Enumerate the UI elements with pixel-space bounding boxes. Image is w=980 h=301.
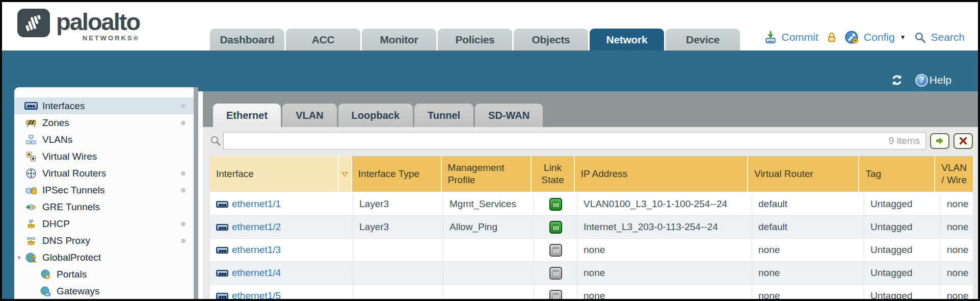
tag-cell: Untagged — [864, 285, 941, 299]
link-state-icon[interactable] — [549, 244, 562, 257]
filter-input[interactable] — [223, 132, 926, 149]
sidebar-item-ipsec-tunnels[interactable]: IPSec Tunnels — [14, 182, 194, 198]
sidebar-item-label: Virtual Routers — [42, 168, 106, 179]
tag-cell: Untagged — [864, 262, 941, 284]
apply-filter-button[interactable] — [930, 133, 949, 149]
tab-device[interactable]: Device — [666, 29, 740, 51]
tab-policies[interactable]: Policies — [438, 29, 512, 51]
commit-button[interactable]: Commit — [782, 31, 818, 43]
tab-monitor[interactable]: Monitor — [362, 29, 436, 51]
col-header-link-state[interactable]: Link State — [532, 156, 575, 192]
subtab-tunnel[interactable]: Tunnel — [414, 104, 473, 127]
sidebar-item-interfaces[interactable]: Interfaces — [14, 97, 194, 114]
ip-address-cell: Internet_L3_203-0-113-254--24 — [577, 216, 752, 238]
expander-triangle-icon[interactable]: ▼ — [16, 255, 22, 261]
sidebar-item-dhcp[interactable]: IP DHCP — [14, 215, 194, 232]
sidebar-item-gateways[interactable]: Gateways — [14, 283, 194, 299]
sidebar-item-gre-tunnels[interactable]: GRE Tunnels — [14, 198, 194, 215]
interfaces-table: Interface Interface Type Management Prof… — [210, 156, 973, 299]
table-row: ethernet1/4 none none Untagged none — [210, 262, 973, 285]
ethernet-port-icon — [216, 293, 228, 299]
interface-link[interactable]: ethernet1/2 — [232, 221, 281, 233]
items-count: 9 items — [889, 135, 920, 146]
table-body: ethernet1/1 Layer3 Mgmt_Services VLAN010… — [210, 193, 973, 299]
sidebar-item-virtual-routers[interactable]: Virtual Routers — [14, 165, 194, 182]
refresh-icon[interactable] — [890, 73, 904, 87]
vlan-wire-cell: none — [941, 193, 973, 215]
tab-dashboard[interactable]: Dashboard — [210, 29, 284, 51]
ethernet-port-icon — [216, 247, 228, 254]
virtual-router-compass-icon — [24, 168, 38, 179]
ip-address-cell: none — [577, 239, 752, 261]
col-header-tag[interactable]: Tag — [859, 156, 935, 192]
subtab-loopback[interactable]: Loopback — [338, 104, 413, 127]
interface-link[interactable]: ethernet1/1 — [232, 198, 281, 210]
search-button[interactable]: Search — [931, 31, 965, 43]
table-row: ethernet1/3 none none Untagged none — [210, 239, 973, 262]
col-header-vlan-wire[interactable]: VLAN / Wire — [935, 156, 973, 192]
tab-objects[interactable]: Objects — [514, 29, 588, 51]
sidebar-item-dns-proxy[interactable]: DNS DNS Proxy — [14, 232, 194, 249]
col-header-management-profile[interactable]: Management Profile — [442, 156, 532, 192]
sidebar-item-label: Interfaces — [42, 101, 85, 112]
item-dot-icon — [181, 104, 186, 108]
interface-link[interactable]: ethernet1/4 — [232, 267, 281, 279]
vlan-wire-cell: none — [941, 262, 973, 284]
help-button[interactable]: Help — [915, 74, 951, 87]
link-state-icon[interactable] — [549, 267, 562, 280]
subtab-sdwan[interactable]: SD-WAN — [475, 104, 543, 127]
table-header: Interface Interface Type Management Prof… — [210, 156, 973, 193]
interface-link[interactable]: ethernet1/5 — [232, 290, 281, 299]
tab-network[interactable]: Network — [590, 29, 664, 51]
interface-cell: ethernet1/1 — [210, 193, 353, 215]
link-state-icon[interactable] — [549, 221, 562, 234]
col-header-interface-type[interactable]: Interface Type — [352, 156, 442, 192]
config-icon — [845, 30, 859, 44]
interface-link[interactable]: ethernet1/3 — [232, 244, 281, 256]
sidebar-item-globalprotect[interactable]: ▼ GlobalProtect — [14, 249, 194, 266]
sidebar-item-zones[interactable]: Zones — [14, 114, 194, 131]
item-dot-icon — [181, 120, 186, 125]
svg-text:IP: IP — [29, 218, 34, 223]
sidebar-item-label: GRE Tunnels — [42, 202, 100, 213]
interface-type-cell: Layer3 — [353, 216, 443, 238]
col-header-virtual-router[interactable]: Virtual Router — [748, 156, 859, 192]
table-row: ethernet1/2 Layer3 Allow_Ping Internet_L… — [210, 216, 973, 239]
sort-dropdown-button[interactable] — [339, 156, 352, 192]
ethernet-port-icon — [216, 270, 228, 277]
sidebar-item-vlans[interactable]: VLANs — [14, 131, 194, 148]
globe-device-icon — [39, 286, 52, 297]
subtab-ethernet[interactable]: Ethernet — [213, 104, 281, 127]
virtual-router-cell: none — [752, 239, 864, 261]
lock-icon[interactable] — [826, 31, 838, 43]
config-caret-icon[interactable]: ▼ — [900, 34, 906, 41]
sidebar-item-virtual-wires[interactable]: Virtual Wires — [14, 148, 194, 165]
interface-type-cell — [353, 262, 443, 284]
brand-sub: NETWORKS® — [56, 34, 140, 42]
virtual-router-cell: none — [752, 285, 864, 299]
sidebar-item-label: Zones — [42, 117, 69, 129]
globe-gear-icon — [39, 269, 52, 280]
tunnel-lock-icon — [24, 185, 38, 196]
tab-acc[interactable]: ACC — [286, 29, 360, 51]
link-state-icon[interactable] — [549, 198, 562, 211]
app-window: paloalto NETWORKS® Dashboard ACC Monitor… — [0, 0, 980, 301]
config-button[interactable]: Config — [864, 31, 895, 43]
sidebar: Interfaces Zones VLANs — [14, 87, 198, 299]
clear-filter-button[interactable] — [953, 133, 973, 149]
tunnel-arrows-icon — [24, 202, 38, 213]
col-header-ip-address[interactable]: IP Address — [575, 156, 748, 192]
sidebar-item-label: Portals — [57, 269, 87, 280]
svg-text:DNS: DNS — [27, 236, 35, 240]
tag-cell: Untagged — [864, 239, 941, 261]
sidebar-item-portals[interactable]: Portals — [14, 266, 194, 283]
col-header-interface[interactable]: Interface — [210, 156, 339, 192]
sidebar-item-label: IPSec Tunnels — [42, 185, 105, 196]
vlan-wire-cell: none — [941, 239, 973, 261]
link-state-icon[interactable] — [549, 290, 562, 299]
subtab-strip: Ethernet VLAN Loopback Tunnel SD-WAN — [203, 91, 978, 127]
subtab-vlan[interactable]: VLAN — [282, 104, 336, 127]
top-header: paloalto NETWORKS® Dashboard ACC Monitor… — [2, 2, 978, 51]
item-dot-icon — [181, 171, 186, 175]
commit-icon — [764, 31, 777, 44]
